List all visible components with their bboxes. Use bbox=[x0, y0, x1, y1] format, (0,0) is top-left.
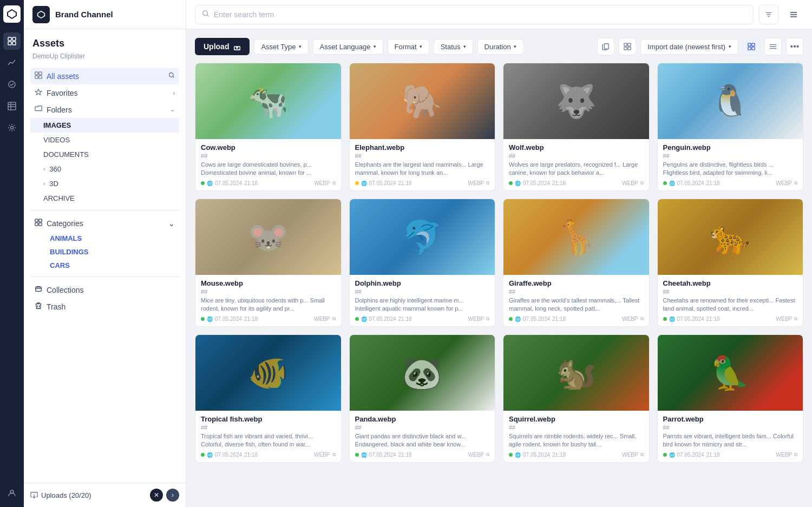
top-bar: Brand Channel bbox=[24, 0, 186, 29]
brand-title: Brand Channel bbox=[55, 10, 113, 19]
asset-globe-icon-mouse: 🌐 bbox=[207, 317, 213, 322]
nav-all-assets[interactable]: All assets bbox=[30, 68, 179, 84]
asset-info-elephant: Elephant.webp ## Elephants are the large… bbox=[350, 139, 495, 190]
asset-desc-penguin: Penguins are distinctive, flightless bir… bbox=[663, 161, 798, 177]
asset-card-parrot[interactable]: 🦜 Parrot.webp ## Parrots are vibrant, in… bbox=[657, 334, 804, 463]
nav-collections[interactable]: Collections bbox=[30, 281, 179, 298]
asset-card-tropical-fish[interactable]: 🐠 Tropical fish.webp ## Tropical fish ar… bbox=[195, 334, 342, 463]
sidebar-icon-analytics[interactable] bbox=[3, 54, 21, 71]
search-input-wrap[interactable] bbox=[195, 5, 754, 24]
svg-rect-44 bbox=[752, 43, 755, 46]
nav-favorites[interactable]: Favorites › bbox=[30, 84, 179, 101]
svg-point-37 bbox=[237, 47, 238, 49]
asset-card-penguin[interactable]: 🐧 Penguin.webp ## Penguins are distincti… bbox=[657, 63, 804, 191]
filter-format[interactable]: Format ▾ bbox=[388, 39, 429, 55]
asset-card-wolf[interactable]: 🐺 Wolf.webp ## Wolves are large predator… bbox=[503, 63, 650, 191]
asset-format-giraffe: WEBP bbox=[622, 316, 638, 322]
folder-documents[interactable]: DOCUMENTS bbox=[30, 147, 179, 162]
list-view-btn[interactable] bbox=[764, 38, 782, 55]
folder-videos[interactable]: VIDEOS bbox=[30, 133, 179, 147]
asset-name-penguin: Penguin.webp bbox=[663, 143, 798, 152]
filter-status[interactable]: Status ▾ bbox=[434, 39, 473, 55]
folder-3d[interactable]: › 3D bbox=[30, 176, 179, 191]
all-assets-icon bbox=[35, 71, 42, 81]
filter-icon-btn[interactable] bbox=[759, 5, 778, 24]
asset-card-cheetah[interactable]: 🐆 Cheetah.webp ## Cheetahs are renowned … bbox=[657, 199, 804, 327]
cat-cars[interactable]: CARS bbox=[30, 259, 179, 272]
layout-btn[interactable] bbox=[619, 38, 636, 55]
upload-button[interactable]: Upload bbox=[195, 38, 250, 55]
toolbar-left: Upload Asset Type ▾ Asset Language ▾ For… bbox=[195, 38, 523, 55]
nav-folders[interactable]: Folders ⌄ bbox=[30, 101, 179, 118]
filter-asset-language[interactable]: Asset Language ▾ bbox=[313, 39, 383, 55]
uploads-expand-btn[interactable]: › bbox=[166, 489, 179, 502]
uploads-actions: ✕ › bbox=[150, 489, 179, 502]
asset-tags-squirrel: ## bbox=[509, 424, 644, 431]
asset-card-panda[interactable]: 🐼 Panda.webp ## Giant pandas are distinc… bbox=[349, 334, 496, 463]
asset-desc-squirrel: Squirrels are nimble rodents, widely rec… bbox=[509, 432, 644, 449]
hamburger-btn[interactable] bbox=[784, 5, 803, 24]
search-input[interactable] bbox=[214, 10, 746, 19]
grid-view-btn[interactable] bbox=[743, 38, 760, 55]
filter-duration[interactable]: Duration ▾ bbox=[477, 39, 523, 55]
folders-label: Folders bbox=[47, 106, 72, 114]
app-logo[interactable] bbox=[3, 5, 21, 23]
svg-rect-16 bbox=[39, 76, 42, 78]
asset-info-wolf: Wolf.webp ## Wolves are large predators,… bbox=[503, 139, 649, 190]
cat-buildings[interactable]: BUILDINGS bbox=[30, 245, 179, 259]
filter-asset-type[interactable]: Asset Type ▾ bbox=[254, 39, 308, 55]
asset-card-dolphin[interactable]: 🐬 Dolphin.webp ## Dolphins are highly in… bbox=[349, 199, 496, 327]
asset-globe-icon-squirrel: 🌐 bbox=[515, 452, 521, 458]
sidebar-icon-check[interactable] bbox=[3, 76, 21, 93]
nav-trash[interactable]: Trash bbox=[30, 298, 179, 315]
asset-format-tropical-fish: WEBP bbox=[314, 452, 330, 458]
search-bar bbox=[186, 0, 812, 29]
cat-animals[interactable]: ANIMALS bbox=[30, 232, 179, 245]
sidebar-icon-assets[interactable] bbox=[3, 32, 21, 50]
asset-card-elephant[interactable]: 🐘 Elephant.webp ## Elephants are the lar… bbox=[349, 63, 496, 191]
categories-chevron: ⌄ bbox=[168, 219, 175, 228]
filter-status-label: Status bbox=[441, 43, 461, 51]
asset-time-giraffe: 21:18 bbox=[552, 316, 566, 322]
asset-card-squirrel[interactable]: 🐿️ Squirrel.webp ## Squirrels are nimble… bbox=[503, 334, 650, 463]
asset-name-dolphin: Dolphin.webp bbox=[355, 279, 490, 287]
asset-copy-icon-dolphin: ⧉ bbox=[486, 316, 489, 322]
sidebar-icon-table[interactable] bbox=[3, 97, 21, 115]
asset-name-squirrel: Squirrel.webp bbox=[509, 415, 644, 423]
svg-rect-6 bbox=[8, 102, 16, 110]
asset-date-squirrel: 07.05.2024 bbox=[523, 452, 550, 458]
asset-thumb-giraffe: 🦒 bbox=[503, 199, 649, 275]
sidebar-icon-user[interactable] bbox=[3, 484, 21, 502]
asset-tags-wolf: ## bbox=[509, 153, 644, 159]
asset-card-cow[interactable]: 🐄 Cow.webp ## Cows are large domesticate… bbox=[195, 63, 342, 191]
asset-desc-dolphin: Dolphins are highly intelligent marine m… bbox=[355, 297, 490, 313]
asset-desc-wolf: Wolves are large predators, recognized f… bbox=[509, 161, 644, 177]
all-assets-search-icon[interactable] bbox=[168, 72, 175, 80]
asset-globe-icon-giraffe: 🌐 bbox=[515, 317, 521, 322]
svg-rect-41 bbox=[624, 47, 627, 50]
folder-images[interactable]: IMAGES bbox=[30, 118, 179, 133]
sidebar-icon-settings[interactable] bbox=[3, 119, 21, 136]
asset-format-wolf: WEBP bbox=[622, 180, 638, 186]
folder-3d-label: 3D bbox=[49, 180, 58, 188]
copy-btn[interactable] bbox=[597, 38, 614, 55]
folder-360[interactable]: › 360 bbox=[30, 162, 179, 176]
toolbar: Upload Asset Type ▾ Asset Language ▾ For… bbox=[195, 38, 803, 55]
uploads-close-btn[interactable]: ✕ bbox=[150, 489, 163, 502]
asset-status-dot-giraffe bbox=[509, 317, 513, 321]
asset-status-dot-panda bbox=[355, 453, 359, 457]
more-options-btn[interactable]: ••• bbox=[786, 38, 803, 55]
nav-categories[interactable]: Categories ⌄ bbox=[30, 215, 179, 232]
asset-status-dot-mouse bbox=[201, 317, 205, 321]
folder-archive[interactable]: ARCHIVE bbox=[30, 191, 179, 206]
filter-asset-type-label: Asset Type bbox=[261, 43, 296, 51]
svg-rect-1 bbox=[8, 37, 11, 41]
asset-info-squirrel: Squirrel.webp ## Squirrels are nimble ro… bbox=[503, 411, 649, 462]
asset-copy-icon-cow: ⧉ bbox=[332, 180, 336, 186]
collections-icon bbox=[35, 285, 42, 294]
asset-tags-elephant: ## bbox=[355, 153, 490, 159]
sort-dropdown[interactable]: Import date (newest first) ▾ bbox=[640, 39, 738, 55]
asset-card-mouse[interactable]: 🐭 Mouse.webp ## Mice are tiny, ubiquitou… bbox=[195, 199, 342, 327]
asset-tags-parrot: ## bbox=[663, 424, 798, 431]
asset-card-giraffe[interactable]: 🦒 Giraffe.webp ## Giraffes are the world… bbox=[503, 199, 650, 327]
